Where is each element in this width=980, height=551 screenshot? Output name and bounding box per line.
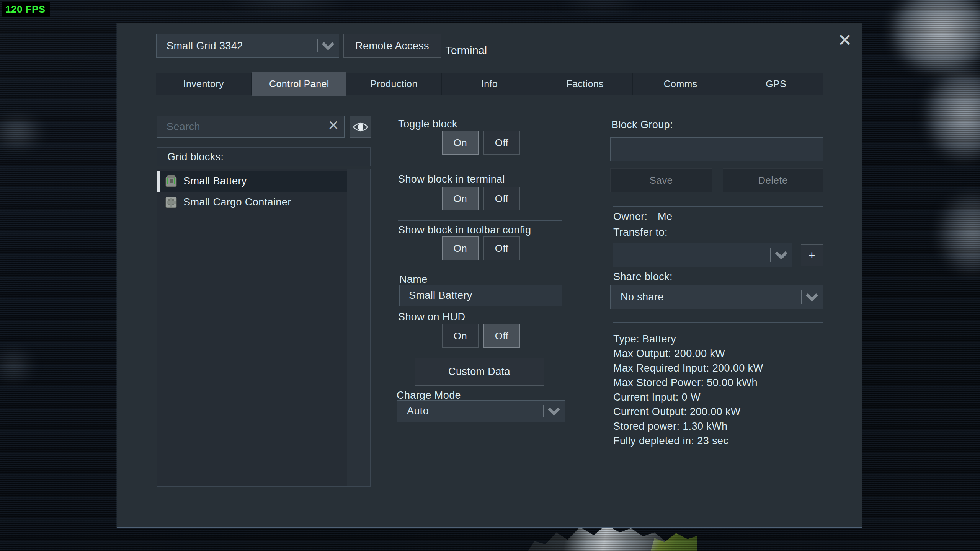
eye-icon xyxy=(353,122,368,132)
stat-current-input: Current Input: 0 W xyxy=(613,390,763,404)
show-on-hud-label: Show on HUD xyxy=(398,311,465,323)
chevron-down-icon xyxy=(774,251,788,259)
dropdown-divider xyxy=(770,248,771,262)
share-block-label: Share block: xyxy=(613,271,673,283)
clear-search-icon[interactable]: ✕ xyxy=(328,117,339,134)
owner-value: Me xyxy=(658,211,672,223)
search-input[interactable] xyxy=(157,116,345,138)
name-field-label: Name xyxy=(399,274,428,285)
show-in-terminal-on-button[interactable]: On xyxy=(442,187,479,210)
fps-counter: 120 FPS xyxy=(2,2,50,17)
owner-label: Owner: xyxy=(613,211,647,223)
page-title: Terminal xyxy=(409,44,524,57)
add-player-button[interactable]: + xyxy=(801,244,823,266)
charge-mode-dropdown[interactable]: Auto xyxy=(397,400,565,422)
section-separator xyxy=(612,322,823,323)
column-divider xyxy=(596,116,596,487)
show-in-terminal-label: Show block in terminal xyxy=(398,173,505,185)
transfer-to-dropdown[interactable] xyxy=(612,243,792,267)
tab-control-panel[interactable]: Control Panel xyxy=(252,72,347,96)
stat-type: Type: Battery xyxy=(613,332,763,346)
tab-comms[interactable]: Comms xyxy=(633,73,729,95)
cloud xyxy=(547,0,655,15)
toggle-block-off-button[interactable]: Off xyxy=(483,131,520,155)
custom-data-button[interactable]: Custom Data xyxy=(415,358,544,386)
cargo-container-icon xyxy=(163,195,179,210)
chevron-down-icon xyxy=(547,407,561,416)
tab-bar: Inventory Control Panel Production Info … xyxy=(156,73,823,95)
stat-stored-power: Stored power: 1.30 kWh xyxy=(613,419,763,434)
list-item-label: Small Cargo Container xyxy=(183,196,291,208)
block-info-stats: Type: Battery Max Output: 200.00 kW Max … xyxy=(613,332,763,448)
stat-max-required-input: Max Required Input: 200.00 kW xyxy=(613,361,763,375)
stat-max-stored-power: Max Stored Power: 50.00 kWh xyxy=(613,375,763,390)
tab-inventory[interactable]: Inventory xyxy=(156,73,252,95)
list-item-small-battery[interactable]: Small Battery xyxy=(157,171,347,192)
grid-selector-dropdown[interactable]: Small Grid 3342 xyxy=(156,34,339,58)
terminal-dialog: Small Grid 3342 Remote Access Terminal ✕… xyxy=(117,23,862,528)
chevron-down-icon xyxy=(321,42,335,50)
show-in-toolbar-off-button[interactable]: Off xyxy=(483,236,520,260)
cloud xyxy=(0,107,54,157)
list-item-label: Small Battery xyxy=(183,175,247,187)
charge-mode-label: Charge Mode xyxy=(397,390,461,401)
block-name-input[interactable] xyxy=(399,285,562,306)
section-separator xyxy=(398,220,562,221)
header-separator xyxy=(156,65,823,65)
section-separator xyxy=(398,168,562,168)
save-button[interactable]: Save xyxy=(610,168,712,192)
share-block-value: No share xyxy=(621,291,801,303)
stat-max-output: Max Output: 200.00 kW xyxy=(613,346,763,361)
cloud xyxy=(926,180,980,287)
show-in-toolbar-on-button[interactable]: On xyxy=(442,236,479,260)
charge-mode-value: Auto xyxy=(407,405,543,417)
tab-gps[interactable]: GPS xyxy=(728,73,823,95)
toggle-block-on-button[interactable]: On xyxy=(442,131,479,155)
dropdown-divider xyxy=(801,290,802,304)
toggle-block-label: Toggle block xyxy=(398,118,457,130)
delete-button[interactable]: Delete xyxy=(723,168,823,192)
show-on-hud-off-button[interactable]: Off xyxy=(483,324,520,348)
stat-fully-depleted: Fully depleted in: 23 sec xyxy=(613,434,763,448)
grass-terrain xyxy=(651,531,697,551)
grid-blocks-list: Small Battery Small Cargo Container xyxy=(157,169,371,487)
block-group-label: Block Group: xyxy=(611,119,673,131)
column-divider xyxy=(384,116,384,487)
chevron-down-icon xyxy=(805,293,819,302)
transfer-to-label: Transfer to: xyxy=(613,227,668,238)
tab-production[interactable]: Production xyxy=(346,73,442,95)
show-in-terminal-off-button[interactable]: Off xyxy=(483,187,520,210)
section-separator xyxy=(612,206,823,207)
search-box: ✕ xyxy=(157,116,345,138)
grid-blocks-header: Grid blocks: xyxy=(157,147,371,166)
block-group-input[interactable] xyxy=(610,137,823,161)
scrollbar-track[interactable] xyxy=(347,169,370,486)
footer-separator xyxy=(156,502,823,502)
stat-current-output: Current Output: 200.00 kW xyxy=(613,404,763,419)
dropdown-divider xyxy=(317,39,318,53)
cloud xyxy=(0,341,42,390)
share-block-dropdown[interactable]: No share xyxy=(610,285,823,309)
grid-blocks-header-label: Grid blocks: xyxy=(167,151,224,163)
show-on-hud-on-button[interactable]: On xyxy=(442,324,479,348)
selection-bar xyxy=(157,171,160,192)
tab-info[interactable]: Info xyxy=(442,73,538,95)
grid-selector-value: Small Grid 3342 xyxy=(167,40,317,52)
battery-icon xyxy=(163,174,179,189)
tab-factions[interactable]: Factions xyxy=(537,73,633,95)
list-item-small-cargo-container[interactable]: Small Cargo Container xyxy=(157,192,347,213)
close-icon[interactable]: ✕ xyxy=(833,29,856,52)
mountain-terrain xyxy=(528,525,665,551)
show-in-toolbar-label: Show block in toolbar config xyxy=(398,224,531,236)
visibility-toggle-button[interactable] xyxy=(350,116,371,138)
cloud xyxy=(207,0,368,15)
dropdown-divider xyxy=(543,405,544,417)
